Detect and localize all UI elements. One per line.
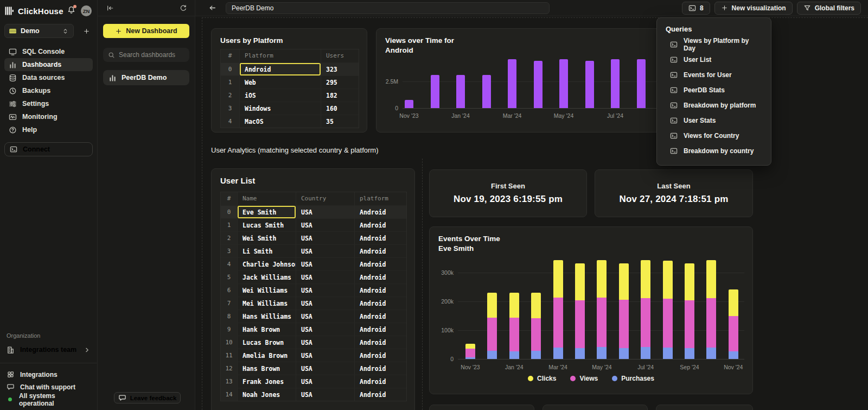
search-dashboards-input[interactable]: Search dashboards <box>103 48 189 62</box>
row-index: 10 <box>221 336 237 349</box>
sidebar-item-dashboards[interactable]: Dashboards <box>4 58 93 71</box>
table-cell: Android <box>354 205 406 218</box>
table-row[interactable]: 1Lucas SmithUSAAndroid <box>221 218 406 231</box>
bar-apr-24[interactable] <box>534 61 542 108</box>
stacked-bar-feb-24[interactable] <box>531 293 541 359</box>
bar-mar-24[interactable] <box>508 59 516 108</box>
avatar[interactable]: ZN <box>81 5 92 16</box>
stacked-bar-dec-23[interactable] <box>487 293 497 359</box>
stacked-bar-sep-24[interactable] <box>685 263 694 359</box>
table-row[interactable]: 8Hans WilliamsUSAAndroid <box>221 310 406 323</box>
bar-jun-24[interactable] <box>585 61 594 108</box>
segment-clicks <box>531 293 541 318</box>
table-row[interactable]: 0Android323 <box>221 62 359 75</box>
table-cell: Android <box>354 310 406 323</box>
query-item-breakdown-by-country[interactable]: Breakdown by country <box>657 143 771 159</box>
table-cell: Android <box>354 244 406 257</box>
query-item-events-for-user[interactable]: Events for User <box>657 67 771 83</box>
table-cell: Android <box>354 323 406 336</box>
service-select[interactable]: Demo <box>4 24 74 38</box>
table-row[interactable]: 12Hans BrownUSAAndroid <box>221 362 406 375</box>
table-row[interactable]: 2Wei SmithUSAAndroid <box>221 231 406 244</box>
table-row[interactable]: 13Frank JonesUSAAndroid <box>221 375 406 388</box>
sidebar-item-sql-console[interactable]: SQL Console <box>4 45 93 58</box>
new-dashboard-button[interactable]: New Dashboard <box>103 24 189 38</box>
stacked-bar-mar-24[interactable] <box>553 260 563 359</box>
segment-views <box>575 300 585 348</box>
legend-item-purchases[interactable]: Purchases <box>612 375 654 382</box>
sidebar-item-data-sources[interactable]: Data sources <box>4 71 93 84</box>
segment-purchases <box>487 351 497 359</box>
segment-views <box>685 300 694 348</box>
query-item-user-stats[interactable]: User Stats <box>657 113 771 128</box>
stacked-bar-jul-24[interactable] <box>641 260 650 359</box>
table-row[interactable]: 5Jack WilliamsUSAAndroid <box>221 270 406 283</box>
stacked-bar-may-24[interactable] <box>597 260 607 359</box>
query-item-views-by-platform-by-day[interactable]: Views by Platform by Day <box>657 37 771 52</box>
table-cell: Lucas Smith <box>237 218 296 231</box>
bar-dec-23[interactable] <box>431 75 439 108</box>
sidebar-item-settings[interactable]: Settings <box>4 97 93 110</box>
column-header-platform: Platform <box>239 49 321 62</box>
queries-count-button[interactable]: 8 <box>682 2 710 15</box>
query-item-label: Breakdown by platform <box>684 102 756 109</box>
segment-views <box>663 299 673 348</box>
stacked-bar-nov-23[interactable] <box>465 344 475 359</box>
segment-views <box>509 318 519 351</box>
back-button[interactable] <box>208 4 216 12</box>
table-row[interactable]: 4Charlie JohnsonUSAAndroid <box>221 257 406 270</box>
table-row[interactable]: 10Lucas BrownUSAAndroid <box>221 336 406 349</box>
dashboards-panel: New Dashboard Search dashboards PeerDB D… <box>98 0 195 410</box>
dashboard-item-peerdb-demo[interactable]: PeerDB Demo <box>103 70 189 85</box>
last-seen-card: Last Seen Nov 27, 2024 7:18:51 pm <box>595 169 753 217</box>
stacked-bar-jun-24[interactable] <box>619 263 629 359</box>
notifications-button[interactable] <box>67 6 75 16</box>
add-service-button[interactable] <box>80 24 93 37</box>
segment-views <box>619 300 629 348</box>
sidebar-item-help[interactable]: Help <box>4 123 93 136</box>
sidebar-item-backups[interactable]: Backups <box>4 84 93 97</box>
table-row[interactable]: 9Hank BrownUSAAndroid <box>221 323 406 336</box>
table-row[interactable]: 3Windows160 <box>221 102 359 115</box>
table-row[interactable]: 11Amelia BrownUSAAndroid <box>221 349 406 362</box>
table-row[interactable]: 3Li SmithUSAAndroid <box>221 244 406 257</box>
table-row[interactable]: 14Noah JonesUSAAndroid <box>221 388 406 401</box>
table-row[interactable]: 2iOS182 <box>221 89 359 102</box>
clickhouse-logo-icon <box>5 7 14 15</box>
bar-nov-23[interactable] <box>405 100 413 108</box>
footer-item-all-systems-operational[interactable]: All systems operational <box>7 393 91 406</box>
dashboard-title-input[interactable]: PeerDB Demo <box>226 2 550 14</box>
stacked-bar-apr-24[interactable] <box>575 263 585 359</box>
stacked-bar-jan-24[interactable] <box>509 293 519 359</box>
table-row[interactable]: 1Web295 <box>221 75 359 89</box>
bar-jan-24[interactable] <box>456 75 465 108</box>
query-item-views-for-country[interactable]: Views for Country <box>657 128 771 143</box>
legend-item-views[interactable]: Views <box>570 375 598 382</box>
stacked-bar-aug-24[interactable] <box>663 261 673 359</box>
bar-may-24[interactable] <box>559 59 568 108</box>
query-item-peerdb-stats[interactable]: PeerDB Stats <box>657 83 771 98</box>
query-item-breakdown-by-platform[interactable]: Breakdown by platform <box>657 98 771 113</box>
leave-feedback-label: Leave feedback <box>130 395 177 401</box>
bar-aug-24[interactable] <box>637 59 646 108</box>
leave-feedback-button[interactable]: Leave feedback <box>114 392 181 403</box>
table-row[interactable]: 6Wei WilliamsUSAAndroid <box>221 283 406 297</box>
new-visualization-button[interactable]: New visualization <box>714 2 793 15</box>
table-row[interactable]: 0Eve SmithUSAAndroid <box>221 205 406 218</box>
sidebar-item-integrations-team[interactable]: Integrations team <box>4 343 93 356</box>
table-row[interactable]: 7Mei WilliamsUSAAndroid <box>221 297 406 310</box>
connect-button[interactable]: Connect <box>4 142 93 156</box>
global-filters-button[interactable]: Global filters <box>797 2 861 15</box>
sidebar-item-monitoring[interactable]: Monitoring <box>4 110 93 123</box>
bar-jul-24[interactable] <box>611 59 620 108</box>
bar-feb-24[interactable] <box>482 75 491 108</box>
refresh-icon[interactable] <box>180 4 187 12</box>
legend-item-clicks[interactable]: Clicks <box>528 375 556 382</box>
footer-item-integrations[interactable]: Integrations <box>7 368 91 381</box>
first-seen-value: Nov 19, 2023 6:19:55 pm <box>454 194 563 205</box>
collapse-panel-icon[interactable] <box>106 4 114 12</box>
stacked-bar-oct-24[interactable] <box>706 260 716 359</box>
table-row[interactable]: 4MacOS35 <box>221 115 359 128</box>
query-item-user-list[interactable]: User List <box>657 52 771 67</box>
stacked-bar-nov-24[interactable] <box>729 289 738 359</box>
